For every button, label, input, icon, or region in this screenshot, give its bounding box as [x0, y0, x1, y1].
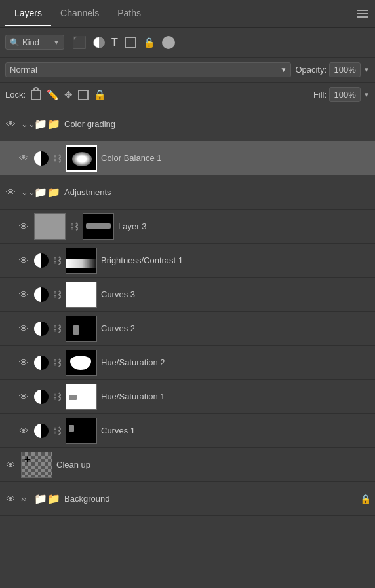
layer-row[interactable]: 👁 Clean up — [0, 448, 375, 482]
adjustment-icon — [34, 356, 49, 370]
adjustment-filter-icon[interactable] — [93, 37, 105, 48]
link-icon: ⛓ — [52, 358, 62, 368]
blend-mode-dropdown[interactable]: Normal ▼ — [5, 62, 291, 77]
layer-row[interactable]: 👁 ⛓ Layer 3 — [0, 210, 375, 244]
layer-thumbnail — [66, 248, 97, 274]
layer-row[interactable]: 👁 ⌄ 📁 Adjustments — [0, 175, 375, 210]
text-filter-icon[interactable]: T — [111, 37, 118, 48]
layer-thumbnail — [66, 145, 97, 172]
layer-name: Color grading — [64, 119, 371, 129]
layers-panel: Layers Channels Paths 🔍 Kind ▼ ⬛ T 🔒 — [0, 0, 375, 588]
layer-name: Curves 3 — [101, 289, 371, 299]
lock-artboard-icon[interactable] — [78, 90, 89, 100]
folder-icon: 📁 — [34, 492, 60, 505]
layer-name: Adjustments — [64, 187, 371, 197]
fill-label: Fill: — [313, 90, 326, 100]
folder-icon: 📁 — [34, 118, 60, 130]
adjustment-icon — [34, 390, 49, 404]
lock-all-icon[interactable]: 🔒 — [94, 89, 106, 101]
layer-name: Curves 1 — [101, 426, 371, 435]
eye-icon[interactable]: 👁 — [4, 187, 17, 198]
tab-channels[interactable]: Channels — [51, 1, 108, 26]
layer-mask-thumbnail — [83, 213, 114, 240]
layer-row[interactable]: 👁 ⛓ Hue/Saturation 2 — [0, 346, 375, 380]
lock-paint-icon[interactable]: ✏️ — [47, 89, 59, 101]
layer-name: Curves 2 — [101, 323, 371, 333]
eye-icon[interactable]: 👁 — [17, 289, 30, 300]
expand-icon[interactable]: ⌄ — [21, 119, 30, 129]
fill-dropdown-arrow[interactable]: ▼ — [363, 91, 370, 98]
lock-icons: ✏️ ✥ 🔒 — [31, 89, 106, 101]
kind-dropdown-arrow: ▼ — [53, 39, 60, 46]
link-icon: ⛓ — [52, 426, 62, 436]
panel-menu-icon[interactable] — [357, 10, 368, 18]
layer-row[interactable]: 👁 ⛓ Curves 1 — [0, 414, 375, 448]
layer-thumbnail — [21, 452, 52, 478]
lock-bar: Lock: ✏️ ✥ 🔒 Fill: 100% ▼ — [0, 83, 375, 107]
layer-thumbnail — [34, 213, 66, 240]
eye-icon[interactable]: 👁 — [4, 493, 17, 504]
search-icon: 🔍 — [10, 38, 20, 47]
layer-row[interactable]: 👁 ⛓ Color Balance 1 — [0, 141, 375, 175]
link-icon: ⛓ — [52, 153, 62, 164]
layer-thumbnail — [66, 316, 97, 342]
link-icon: ⛓ — [52, 323, 62, 334]
kind-filter-dropdown[interactable]: 🔍 Kind ▼ — [5, 35, 64, 50]
layer-row[interactable]: 👁 ⛓ Brightness/Contrast 1 — [0, 244, 375, 278]
layer-thumbnail — [66, 350, 97, 376]
adjustment-icon — [34, 322, 49, 336]
lock-label: Lock: — [5, 90, 26, 100]
layers-list: 👁 ⌄ 📁 Color grading 👁 ⛓ Color Balance 1 … — [0, 107, 375, 588]
blend-mode-arrow: ▼ — [281, 66, 287, 73]
adjustment-icon — [34, 151, 49, 166]
pixel-filter-icon[interactable]: ⬛ — [72, 35, 87, 50]
eye-icon[interactable]: 👁 — [17, 323, 30, 334]
smart-filter-icon[interactable]: 🔒 — [143, 37, 155, 48]
layer-thumbnail — [66, 282, 97, 308]
fill-input[interactable]: 100% — [329, 87, 361, 102]
lock-move-icon[interactable]: ✥ — [64, 89, 73, 101]
tab-bar: Layers Channels Paths — [0, 0, 375, 28]
layer-name: Background — [64, 494, 356, 504]
kind-label: Kind — [22, 37, 39, 47]
adjustment-icon — [34, 287, 49, 302]
adjustment-icon — [34, 424, 49, 438]
fill-area: Fill: 100% ▼ — [313, 87, 370, 102]
layer-name: Color Balance 1 — [101, 153, 371, 163]
layer-row[interactable]: 👁 › 📁 Background 🔒 — [0, 482, 375, 516]
lock-pixels-icon[interactable] — [31, 90, 41, 100]
opacity-label: Opacity: — [295, 65, 326, 75]
eye-icon[interactable]: 👁 — [17, 255, 30, 266]
layer-name: Hue/Saturation 2 — [101, 358, 371, 367]
layer-thumbnail — [66, 418, 97, 444]
circle-filter-icon[interactable] — [162, 36, 175, 49]
link-icon: ⛓ — [52, 392, 62, 402]
opacity-input[interactable]: 100% — [329, 62, 361, 77]
blend-bar: Normal ▼ Opacity: 100% ▼ — [0, 58, 375, 83]
eye-icon[interactable]: 👁 — [17, 357, 30, 368]
filter-icons: ⬛ T 🔒 — [72, 35, 175, 50]
layer-row[interactable]: 👁 ⌄ 📁 Color grading — [0, 107, 375, 141]
layer-row[interactable]: 👁 ⛓ Curves 3 — [0, 278, 375, 312]
eye-icon[interactable]: 👁 — [17, 221, 30, 232]
eye-icon[interactable]: 👁 — [17, 425, 30, 436]
opacity-area: Opacity: 100% ▼ — [295, 62, 370, 77]
layer-name: Hue/Saturation 1 — [101, 392, 371, 401]
adjustment-icon — [34, 253, 49, 268]
layer-row[interactable]: 👁 ⛓ Hue/Saturation 1 — [0, 380, 375, 414]
link-icon: ⛓ — [52, 289, 62, 300]
layer-row[interactable]: 👁 ⛓ Curves 2 — [0, 312, 375, 346]
expand-icon[interactable]: ⌄ — [21, 187, 30, 197]
eye-icon[interactable]: 👁 — [4, 119, 17, 130]
eye-icon[interactable]: 👁 — [17, 153, 30, 164]
shape-filter-icon[interactable] — [125, 37, 136, 48]
layer-thumbnail — [66, 384, 97, 410]
opacity-dropdown-arrow[interactable]: ▼ — [363, 66, 370, 73]
background-lock-icon: 🔒 — [360, 494, 371, 504]
tab-layers[interactable]: Layers — [5, 1, 51, 26]
layer-name: Brightness/Contrast 1 — [101, 255, 371, 265]
eye-icon[interactable]: 👁 — [17, 391, 30, 402]
tab-paths[interactable]: Paths — [108, 1, 150, 26]
expand-icon[interactable]: › — [21, 494, 30, 504]
eye-icon[interactable]: 👁 — [4, 459, 17, 470]
